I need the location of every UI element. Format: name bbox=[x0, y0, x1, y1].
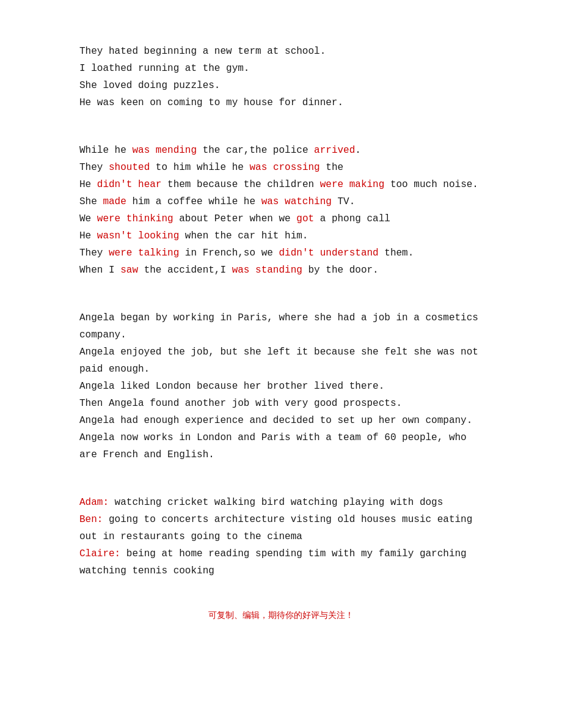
highlight-wasnt-looking: wasn't looking bbox=[97, 230, 179, 241]
angela-line-1: Angela began by working in Paris, where … bbox=[79, 309, 483, 344]
footer: 可复制、编辑，期待你的好评与关注！ bbox=[79, 610, 483, 621]
s2-line-3: He didn't hear them because the children… bbox=[79, 176, 483, 193]
highlight-was-watching: was watching bbox=[261, 196, 332, 207]
angela-line-4: Then Angela found another job with very … bbox=[79, 395, 483, 412]
highlight-arrived: arrived bbox=[314, 145, 355, 156]
highlight-were-making: were making bbox=[320, 179, 385, 190]
claire-line: Claire: being at home reading spending t… bbox=[79, 545, 483, 579]
s2-line-7: They were talking in French,so we didn't… bbox=[79, 245, 483, 262]
highlight-shouted: shouted bbox=[109, 162, 150, 173]
highlight-were-thinking: were thinking bbox=[97, 213, 173, 224]
s2-line-4: She made him a coffee while he was watch… bbox=[79, 193, 483, 210]
line-2: I loathed running at the gym. bbox=[79, 60, 483, 77]
highlight-saw: saw bbox=[120, 265, 138, 276]
highlight-were-talking: were talking bbox=[109, 248, 179, 259]
angela-line-5: Angela had enough experience and decided… bbox=[79, 412, 483, 429]
claire-label: Claire: bbox=[79, 548, 120, 559]
section-4: Adam: watching cricket walking bird watc… bbox=[79, 494, 483, 579]
highlight-didnt-hear: didn't hear bbox=[97, 179, 162, 190]
s2-line-5: We were thinking about Peter when we got… bbox=[79, 210, 483, 227]
line-1: They hated beginning a new term at schoo… bbox=[79, 43, 483, 60]
ben-line: Ben: going to concerts architecture vist… bbox=[79, 511, 483, 545]
adam-line: Adam: watching cricket walking bird watc… bbox=[79, 494, 483, 511]
highlight-made: made bbox=[103, 196, 126, 207]
angela-line-2: Angela enjoyed the job, but she left it … bbox=[79, 344, 483, 378]
ben-text: going to concerts architecture visting o… bbox=[79, 514, 472, 542]
s2-line-1: While he was mending the car,the police … bbox=[79, 142, 483, 159]
section-2: While he was mending the car,the police … bbox=[79, 142, 483, 279]
highlight-was-standing: was standing bbox=[232, 265, 302, 276]
s2-line-6: He wasn't looking when the car hit him. bbox=[79, 227, 483, 245]
adam-label: Adam: bbox=[79, 497, 109, 508]
line-3: She loved doing puzzles. bbox=[79, 77, 483, 94]
s2-line-2: They shouted to him while he was crossin… bbox=[79, 159, 483, 176]
s2-line-8: When I saw the accident,I was standing b… bbox=[79, 262, 483, 279]
footer-text: 可复制、编辑，期待你的好评与关注！ bbox=[208, 611, 354, 620]
highlight-didnt-understand: didn't understand bbox=[279, 248, 378, 259]
angela-line-6: Angela now works in London and Paris wit… bbox=[79, 429, 483, 463]
angela-line-3: Angela liked London because her brother … bbox=[79, 378, 483, 395]
adam-text: watching cricket walking bird watching p… bbox=[109, 497, 443, 508]
section-3: Angela began by working in Paris, where … bbox=[79, 309, 483, 463]
section-1: They hated beginning a new term at schoo… bbox=[79, 43, 483, 111]
claire-text: being at home reading spending tim with … bbox=[79, 548, 467, 576]
highlight-got: got bbox=[296, 213, 314, 224]
ben-label: Ben: bbox=[79, 514, 103, 525]
highlight-was-mending: was mending bbox=[132, 145, 197, 156]
line-4: He was keen on coming to my house for di… bbox=[79, 94, 483, 111]
highlight-was-crossing: was crossing bbox=[249, 162, 319, 173]
